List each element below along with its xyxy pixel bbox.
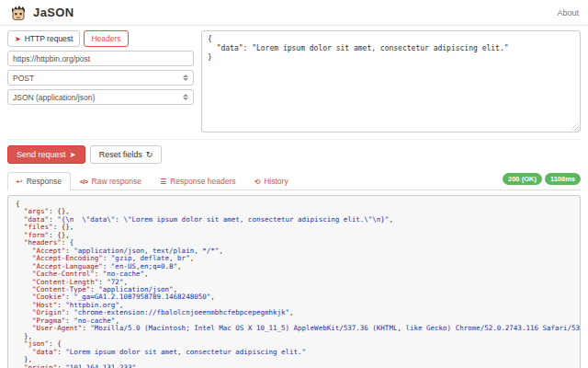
http-request-tab-label: HTTP request bbox=[25, 34, 74, 43]
send-request-label: Send request bbox=[17, 150, 66, 159]
action-buttons: Send request ➤ Reset fields ↻ bbox=[7, 145, 581, 164]
tab-raw-response-label: Raw response bbox=[92, 177, 141, 186]
tab-response[interactable]: ↩ Response bbox=[7, 172, 71, 190]
status-code-badge: 200 (OK) bbox=[503, 173, 542, 185]
jason-logo-icon bbox=[9, 4, 28, 22]
main-content: ➤ HTTP request Headers POST JSON (applic… bbox=[0, 26, 588, 368]
tab-history-label: History bbox=[264, 177, 288, 186]
about-link[interactable]: About bbox=[557, 8, 579, 17]
method-select-value: POST bbox=[13, 74, 34, 83]
top-bar: JaSON About bbox=[0, 0, 588, 26]
divider bbox=[7, 139, 581, 140]
headers-tab-label: Headers bbox=[91, 34, 120, 43]
reset-fields-label: Reset fields bbox=[99, 150, 142, 159]
paper-plane-icon: ➤ bbox=[15, 35, 21, 43]
tab-response-headers-label: Response headers bbox=[170, 177, 235, 186]
tab-response-label: Response bbox=[27, 177, 62, 186]
response-time-badge: 1108ms bbox=[545, 173, 581, 185]
select-arrows-icon bbox=[183, 94, 188, 101]
history-icon: ⟲ bbox=[254, 178, 260, 186]
content-type-select-value: JSON (application/json) bbox=[13, 93, 95, 102]
tab-history[interactable]: ⟲ History bbox=[244, 172, 297, 190]
request-tabs: ➤ HTTP request Headers bbox=[7, 30, 194, 47]
response-tab-bar: ↩ Response </> Raw response ☰ Response h… bbox=[7, 172, 581, 190]
send-icon: ➤ bbox=[70, 150, 76, 159]
send-request-button[interactable]: Send request ➤ bbox=[7, 145, 85, 164]
method-select[interactable]: POST bbox=[7, 70, 194, 86]
select-arrows-icon bbox=[183, 75, 188, 82]
request-left-column: ➤ HTTP request Headers POST JSON (applic… bbox=[7, 30, 194, 132]
code-icon: </> bbox=[80, 178, 88, 185]
request-body-area: { "data": "Lorem ipsum dolor sit amet, c… bbox=[201, 30, 581, 132]
headers-tab[interactable]: Headers bbox=[84, 30, 128, 47]
reset-fields-button[interactable]: Reset fields ↻ bbox=[90, 145, 163, 164]
list-icon: ☰ bbox=[160, 178, 166, 186]
response-body: { "args": {}, "data": "{\n \"data\": \"L… bbox=[7, 195, 581, 368]
status-badges: 200 (OK) 1108ms bbox=[503, 173, 581, 190]
tab-raw-response[interactable]: </> Raw response bbox=[71, 172, 151, 190]
reply-icon: ↩ bbox=[17, 178, 23, 186]
request-form: ➤ HTTP request Headers POST JSON (applic… bbox=[7, 30, 581, 132]
content-type-select[interactable]: JSON (application/json) bbox=[7, 89, 194, 105]
reset-icon: ↻ bbox=[146, 150, 153, 159]
request-body-input[interactable]: { "data": "Lorem ipsum dolor sit amet, c… bbox=[201, 30, 581, 132]
tab-response-headers[interactable]: ☰ Response headers bbox=[151, 172, 245, 190]
url-input[interactable] bbox=[7, 51, 194, 66]
http-request-tab[interactable]: ➤ HTTP request bbox=[7, 30, 80, 47]
app-title: JaSON bbox=[33, 6, 74, 19]
